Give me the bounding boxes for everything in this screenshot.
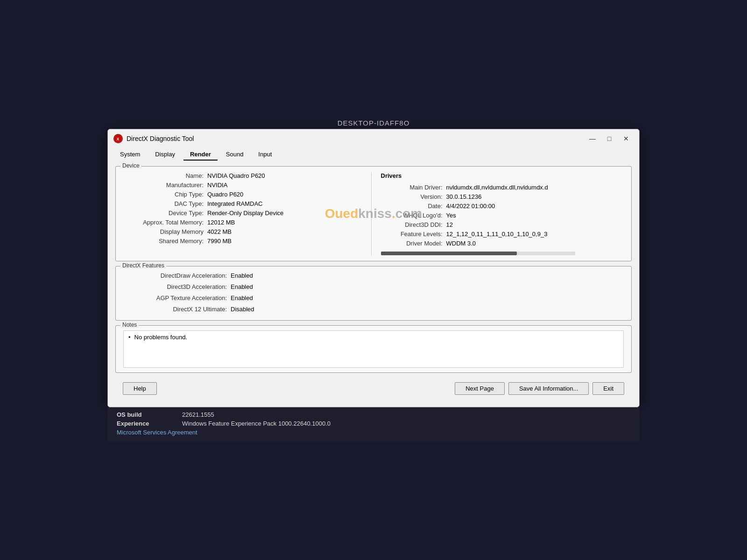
directx-section-label: DirectX Features [120,262,166,269]
device-info-row-5: Approx. Total Memory: 12012 MB [123,219,366,226]
next-page-button[interactable]: Next Page [455,382,505,395]
tab-render[interactable]: Render [183,149,218,161]
feature-row-2: AGP Texture Acceleration: Enabled [123,294,374,301]
drivers-row-1: Version: 30.0.15.1236 [381,193,624,200]
taskbar-osbuild-value: 22621.1555 [182,411,214,418]
device-value-chip: Quadro P620 [207,191,243,198]
driver-progress-bar-container [381,252,575,255]
device-info-row-4: Device Type: Render-Only Display Device [123,210,366,217]
drivers-column: Drivers Main Driver: nvldumdx.dll,nvldum… [372,172,624,255]
taskbar-row-experience: Experience Windows Feature Experience Pa… [117,420,630,427]
feature-label-agp: AGP Texture Acceleration: [123,294,231,301]
taskbar-row-services: Microsoft Services Agreement [117,429,630,436]
notes-text: No problems found. [134,334,187,341]
device-column: Name: NVIDIA Quadro P620 Manufacturer: N… [123,172,372,255]
drivers-value-feat: 12_1,12_0,11_1,11_0,10_1,10_0,9_3 [446,231,548,238]
window-title: DirectX Diagnostic Tool [127,135,194,142]
drivers-value-model: WDDM 3.0 [446,240,476,247]
drivers-row-3: WHQL Logo'd: Yes [381,212,624,219]
tab-sound[interactable]: Sound [219,149,250,161]
device-info-row-1: Manufacturer: NVIDIA [123,182,366,189]
feature-value-d3d: Enabled [231,283,253,290]
drivers-value-date: 4/4/2022 01:00:00 [446,203,495,210]
drivers-label-date: Date: [381,203,446,210]
feature-label-dx12: DirectX 12 Ultimate: [123,306,231,313]
bottom-bar: Help Next Page Save All Information... E… [115,378,632,401]
main-window: X DirectX Diagnostic Tool — □ ✕ System D… [107,129,640,407]
device-info-row-3: DAC Type: Integrated RAMDAC [123,200,366,207]
minimize-button[interactable]: — [585,133,600,144]
drivers-row-2: Date: 4/4/2022 01:00:00 [381,203,624,210]
device-value-dac: Integrated RAMDAC [207,200,263,207]
desktop-title: DESKTOP-IDAFF8O [338,119,410,127]
window-content: Device Name: NVIDIA Quadro P620 Manufact… [108,161,639,407]
taskbar-row-osbuild: OS build 22621.1555 [117,411,630,418]
taskbar-services-link[interactable]: Microsoft Services Agreement [117,429,197,436]
drivers-row-6: Driver Model: WDDM 3.0 [381,240,624,247]
device-info-row-7: Shared Memory: 7990 MB [123,238,366,245]
device-label-totmem: Approx. Total Memory: [123,219,207,226]
notes-section: Notes • No problems found. [115,325,632,373]
taskbar-experience-value: Windows Feature Experience Pack 1000.226… [182,420,331,427]
save-all-button[interactable]: Save All Information... [508,382,589,395]
drivers-value-main: nvldumdx.dll,nvldumdx.dll,nvldumdx.d [446,184,548,191]
device-value-mfg: NVIDIA [207,182,227,189]
taskbar-info: OS build 22621.1555 Experience Windows F… [107,407,640,441]
drivers-label-whql: WHQL Logo'd: [381,212,446,219]
drivers-label-version: Version: [381,193,446,200]
device-label-chip: Chip Type: [123,191,207,198]
drivers-row-4: Direct3D DDI: 12 [381,221,624,228]
device-section-label: Device [120,162,141,169]
device-info-row-2: Chip Type: Quadro P620 [123,191,366,198]
drivers-label-main: Main Driver: [381,184,446,191]
drivers-value-d3d: 12 [446,221,453,228]
app-icon: X [113,134,123,143]
drivers-value-version: 30.0.15.1236 [446,193,482,200]
device-drivers-section: Device Name: NVIDIA Quadro P620 Manufact… [115,166,632,261]
feature-value-dx12: Disabled [231,306,254,313]
window-controls: — □ ✕ [585,133,634,144]
feature-row-0: DirectDraw Acceleration: Enabled [123,272,374,279]
feature-value-ddraw: Enabled [231,272,253,279]
drivers-row-0: Main Driver: nvldumdx.dll,nvldumdx.dll,n… [381,184,624,191]
tab-input[interactable]: Input [252,149,278,161]
help-button[interactable]: Help [123,382,157,395]
feature-label-d3d: Direct3D Acceleration: [123,283,231,290]
exit-button[interactable]: Exit [592,382,624,395]
device-value-name: NVIDIA Quadro P620 [207,172,265,179]
device-label-mfg: Manufacturer: [123,182,207,189]
feature-value-agp: Enabled [231,294,253,301]
taskbar-osbuild-label: OS build [117,411,173,418]
device-value-devtype: Render-Only Display Device [207,210,283,217]
device-value-dispmem: 4022 MB [207,228,232,235]
feature-label-ddraw: DirectDraw Acceleration: [123,272,231,279]
title-bar: X DirectX Diagnostic Tool — □ ✕ [108,129,639,146]
device-label-devtype: Device Type: [123,210,207,217]
bullet-point: • [128,334,131,341]
directx-features-section: DirectX Features DirectDraw Acceleration… [115,266,632,321]
taskbar-experience-label: Experience [117,420,173,427]
device-label-sharedmem: Shared Memory: [123,238,207,245]
tab-system[interactable]: System [113,149,147,161]
maximize-button[interactable]: □ [602,133,617,144]
drivers-label-d3d: Direct3D DDI: [381,221,446,228]
feature-row-3: DirectX 12 Ultimate: Disabled [123,306,374,313]
close-button[interactable]: ✕ [619,133,634,144]
tab-display[interactable]: Display [148,149,182,161]
bottom-center-buttons: Next Page Save All Information... Exit [455,382,624,395]
drivers-section-title: Drivers [381,172,624,179]
device-label-dac: DAC Type: [123,200,207,207]
svg-text:X: X [117,136,120,141]
notes-content: • No problems found. [123,330,624,368]
notes-section-label: Notes [120,322,139,328]
device-info-row-0: Name: NVIDIA Quadro P620 [123,172,366,179]
device-value-totmem: 12012 MB [207,219,235,226]
device-label-dispmem: Display Memory [123,228,207,235]
drivers-value-whql: Yes [446,212,456,219]
driver-progress-bar-fill [381,252,517,255]
device-info-row-6: Display Memory 4022 MB [123,228,366,235]
device-value-sharedmem: 7990 MB [207,238,232,245]
drivers-label-model: Driver Model: [381,240,446,247]
drivers-row-5: Feature Levels: 12_1,12_0,11_1,11_0,10_1… [381,231,624,238]
device-label-name: Name: [123,172,207,179]
